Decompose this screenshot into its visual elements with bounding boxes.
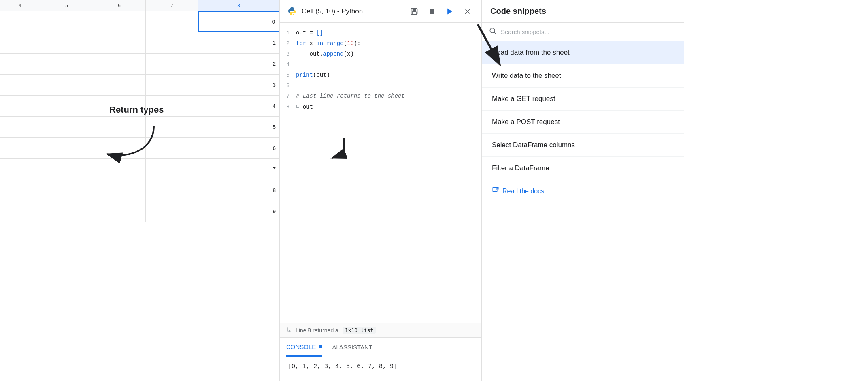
cell-r1c4[interactable] [0,32,40,53]
snippet-item-filter-df[interactable]: Filter a DataFrame [482,157,684,180]
code-line-2: 2 for x in range(10): [280,38,481,49]
cell-r4c4[interactable] [0,96,40,116]
cell-r6c7[interactable] [146,138,198,158]
line-number: 4 [280,62,296,68]
cell-r7c5[interactable] [40,159,93,180]
svg-marker-6 [447,8,452,14]
code-line-4: 4 [280,59,481,70]
table-row[interactable]: 8 [0,180,279,201]
cell-r8c8[interactable]: 8 [198,180,279,201]
cell-r2c8[interactable]: 2 [198,54,279,74]
table-row[interactable]: 5 [0,117,279,138]
docs-label: Read the docs [502,188,544,195]
svg-rect-4 [412,11,416,14]
console-tabs: CONSOLE AI ASSISTANT [280,337,481,357]
return-badge: 1x10 list [343,327,376,334]
line-content: out.append(x) [296,51,354,57]
snippet-item-write[interactable]: Write data to the sheet [482,64,684,88]
cell-r9c6[interactable] [93,201,146,222]
cell-r2c4[interactable] [0,54,40,74]
cell-r7c6[interactable] [93,159,146,180]
grid-body: 0 1 2 3 [0,11,279,222]
cell-r3c7[interactable] [146,75,198,95]
save-button[interactable] [407,4,421,19]
line-content: for x in range(10): [296,40,361,47]
cell-r2c7[interactable] [146,54,198,74]
line-number: 5 [280,72,296,78]
cell-r9c4[interactable] [0,201,40,222]
cell-r9c8[interactable]: 9 [198,201,279,222]
cell-r0c6[interactable] [93,11,146,32]
cell-r5c8[interactable]: 5 [198,117,279,137]
cell-r8c6[interactable] [93,180,146,201]
line-number: 6 [280,83,296,89]
cell-r7c8[interactable]: 7 [198,159,279,180]
cell-r0c8[interactable]: 0 [198,11,279,32]
read-docs-link[interactable]: Read the docs [482,180,684,202]
console-dot [319,345,322,348]
cell-r3c5[interactable] [40,75,93,95]
table-row[interactable]: 6 [0,138,279,159]
stop-button[interactable] [425,4,439,19]
table-row[interactable]: 7 [0,159,279,180]
cell-r4c5[interactable] [40,96,93,116]
cell-r0c5[interactable] [40,11,93,32]
cell-r5c4[interactable] [0,117,40,137]
cell-r8c7[interactable] [146,180,198,201]
cell-r3c4[interactable] [0,75,40,95]
cell-r6c8[interactable]: 6 [198,138,279,158]
close-button[interactable] [460,4,475,19]
run-icon [446,7,454,15]
cell-r5c6[interactable] [93,117,146,137]
table-row[interactable]: 1 [0,32,279,54]
cell-r6c5[interactable] [40,138,93,158]
snippet-item-get[interactable]: Make a GET request [482,88,684,111]
cell-r1c7[interactable] [146,32,198,53]
cell-r8c4[interactable] [0,180,40,201]
editor-panel: Cell (5, 10) - Python [279,0,482,381]
search-input[interactable] [501,28,678,35]
save-icon [410,7,418,15]
snippet-item-read[interactable]: Read data from the sheet [482,41,684,64]
close-icon [464,8,471,15]
code-line-8: 8 ↳ out [280,101,481,112]
cell-r2c5[interactable] [40,54,93,74]
cell-r0c7[interactable] [146,11,198,32]
cell-r9c5[interactable] [40,201,93,222]
cell-r3c8[interactable]: 3 [198,75,279,95]
snippet-item-select-df[interactable]: Select DataFrame columns [482,134,684,157]
cell-r6c6[interactable] [93,138,146,158]
cell-r9c7[interactable] [146,201,198,222]
cell-r1c5[interactable] [40,32,93,53]
cell-r6c4[interactable] [0,138,40,158]
cell-r8c5[interactable] [40,180,93,201]
table-row[interactable]: 0 [0,11,279,32]
snippet-item-post[interactable]: Make a POST request [482,111,684,134]
tab-console[interactable]: CONSOLE [286,338,322,357]
run-button[interactable] [443,4,457,19]
code-line-3: 3 out.append(x) [280,49,481,59]
svg-rect-5 [430,9,434,14]
cell-r2c6[interactable] [93,54,146,74]
cell-r1c8[interactable]: 1 [198,32,279,53]
return-text: Line 8 returned a [296,327,338,334]
tab-ai-assistant[interactable]: AI ASSISTANT [332,338,372,357]
code-line-7: 7 # Last line returns to the sheet [280,91,481,101]
cell-r5c7[interactable] [146,117,198,137]
editor-header: Cell (5, 10) - Python [280,0,481,23]
editor-title: Cell (5, 10) - Python [302,7,363,15]
svg-point-1 [292,14,293,15]
table-row[interactable]: 2 [0,54,279,75]
col-header-7: 7 [146,0,198,11]
table-row[interactable]: 3 [0,75,279,96]
code-editor[interactable]: 1 out = [] 2 for x in range(10): 3 out.a… [280,23,481,323]
cell-r5c5[interactable] [40,117,93,137]
cell-r3c6[interactable] [93,75,146,95]
table-row[interactable]: 9 [0,201,279,222]
col-headers: 4 5 6 7 8 [0,0,279,11]
cell-r7c4[interactable] [0,159,40,180]
cell-r7c7[interactable] [146,159,198,180]
cell-r1c6[interactable] [93,32,146,53]
cell-r4c8[interactable]: 4 [198,96,279,116]
cell-r0c4[interactable] [0,11,40,32]
